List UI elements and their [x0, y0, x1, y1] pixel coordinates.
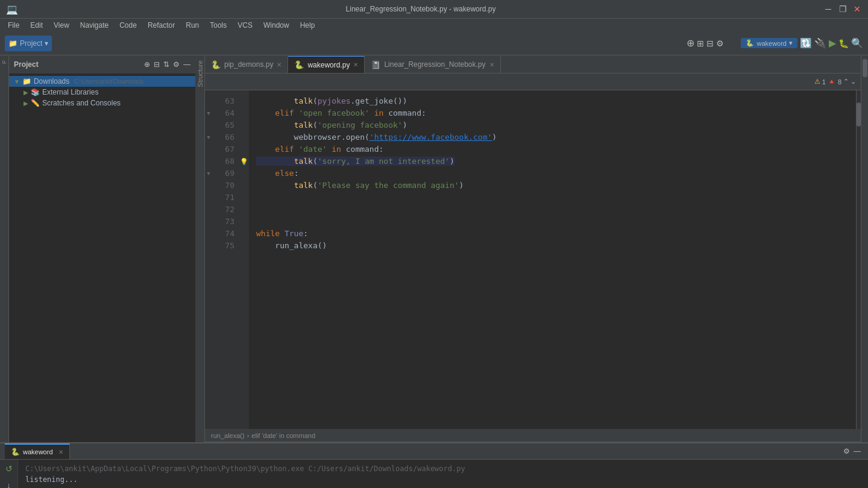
- editor-top-bar: ⚠ 1 🔺 8 ⌃ ⌄: [205, 74, 861, 90]
- debug-button[interactable]: 🐛: [838, 39, 849, 48]
- tree-item-label: External Libraries: [42, 88, 98, 96]
- sidebar-sort-icon[interactable]: ⇅: [163, 60, 169, 69]
- tab-label: pip_demons.py: [224, 60, 273, 69]
- toolbar-add-icon[interactable]: ⊕: [687, 37, 694, 49]
- expand-arrow: ▼: [14, 78, 20, 85]
- run-tabs-bar: 🐍 wakeword ✕ ⚙ —: [0, 443, 868, 460]
- breadcrumb-clause: elif 'date' in command: [251, 432, 315, 439]
- scratches-icon: ✏️: [31, 99, 40, 107]
- menu-navigate[interactable]: Navigate: [75, 20, 113, 31]
- code-editor[interactable]: ▼ ▼ ▼ 63 64 65 66 67 68 69 70 71 72 73 7: [205, 90, 861, 429]
- tree-item-label: Downloads: [34, 77, 69, 86]
- code-text[interactable]: talk(pyjokes.get_joke()) elif 'open face…: [249, 90, 856, 429]
- sidebar-collapse-icon[interactable]: ⊟: [154, 60, 160, 69]
- right-scroll-gutter: [861, 55, 868, 442]
- run-side-icons: ↺ ↓ ■ ☰ 📌 ⚙ 🗑: [0, 460, 18, 488]
- menu-run[interactable]: Run: [181, 20, 204, 31]
- run-minimize-icon[interactable]: —: [854, 447, 861, 455]
- tree-item-label: Scratches and Consoles: [42, 99, 121, 107]
- app-icon: 💻: [6, 4, 18, 15]
- collapse-icon[interactable]: ⌄: [851, 78, 856, 86]
- window-title: Linear_Regression_Notebok.py - wakeword.…: [18, 5, 823, 13]
- title-bar: 💻 Linear_Regression_Notebok.py - wakewor…: [0, 0, 868, 18]
- sidebar-close-icon[interactable]: —: [183, 60, 190, 69]
- add-config-icon[interactable]: 🔌: [814, 37, 826, 49]
- warning-count: 1: [822, 78, 826, 86]
- run-tab-label: wakeword: [23, 448, 53, 455]
- menu-file[interactable]: File: [3, 20, 24, 31]
- run-tab-wakeword[interactable]: 🐍 wakeword ✕: [5, 443, 70, 459]
- tree-item-downloads[interactable]: ▼ 📁 Downloads C:\Users\ankit\Downloads: [9, 76, 195, 87]
- project-icon-vertical[interactable]: P: [1, 58, 8, 66]
- main-area: P Project ⊕ ⊟ ⇅ ⚙ — ▼ 📁 Downloads C:\Use…: [0, 55, 868, 442]
- run-panel: 🐍 wakeword ✕ ⚙ — ↺ ↓ ■ ☰ 📌 ⚙ 🗑 C:\Users\…: [0, 442, 868, 488]
- run-restart-icon[interactable]: ↺: [2, 462, 16, 475]
- tab-wakeword[interactable]: 🐍 wakeword.py ✕: [288, 56, 365, 73]
- left-icon-bar: P: [0, 55, 9, 442]
- toolbar-layout-icon[interactable]: ⊞: [697, 39, 704, 48]
- marker-gutter: 💡: [239, 90, 249, 429]
- sidebar-gear-icon[interactable]: ⚙: [173, 60, 180, 69]
- tab-close-button[interactable]: ✕: [353, 61, 358, 68]
- project-selector[interactable]: 📁 Project ▾: [5, 36, 52, 51]
- sidebar-header: Project ⊕ ⊟ ⇅ ⚙ —: [9, 55, 195, 74]
- tree-item-external-libraries[interactable]: ▶ 📚 External Libraries: [9, 87, 195, 98]
- expand-icon[interactable]: ⌃: [843, 78, 849, 86]
- tree-item-path: C:\Users\ankit\Downloads: [74, 78, 143, 85]
- menu-view[interactable]: View: [49, 20, 74, 31]
- tab-label: wakeword.py: [307, 61, 350, 69]
- sync-icon[interactable]: 🔃: [800, 37, 812, 49]
- tabs-bar: 🐍 pip_demons.py ✕ 🐍 wakeword.py ✕ 📓 Line…: [205, 55, 861, 74]
- structure-label[interactable]: Structure: [195, 55, 205, 92]
- search-everywhere-icon[interactable]: 🔍: [851, 37, 863, 49]
- menu-help[interactable]: Help: [295, 20, 320, 31]
- run-command-line: C:\Users\ankit\AppData\Local\Programs\Py…: [25, 463, 861, 474]
- run-tab-close[interactable]: ✕: [58, 449, 63, 455]
- warning-badge[interactable]: ⚠ 1 🔺 8 ⌃ ⌄: [814, 78, 856, 86]
- tab-linear-regression[interactable]: 📓 Linear_Regression_Notebok.py ✕: [365, 56, 500, 73]
- close-button[interactable]: ✕: [852, 4, 862, 14]
- project-tree: ▼ 📁 Downloads C:\Users\ankit\Downloads ▶…: [9, 74, 195, 442]
- run-icon: 🐍: [746, 39, 754, 47]
- toolbar-run-config: 🐍 wakeword ▾: [741, 38, 797, 48]
- breadcrumb-sep: ›: [247, 432, 250, 439]
- restore-button[interactable]: ❐: [838, 4, 848, 14]
- folder-icon: 📁: [22, 77, 31, 86]
- run-content: ↺ ↓ ■ ☰ 📌 ⚙ 🗑 C:\Users\ankit\AppData\Loc…: [0, 460, 868, 488]
- menu-refactor[interactable]: Refactor: [143, 20, 180, 31]
- tab-label: Linear_Regression_Notebok.py: [384, 60, 485, 69]
- tab-close-button[interactable]: ✕: [489, 61, 494, 68]
- menu-vcs[interactable]: VCS: [233, 20, 257, 31]
- menu-tools[interactable]: Tools: [205, 20, 231, 31]
- project-label: Project: [20, 39, 42, 48]
- expand-arrow: ▶: [24, 100, 28, 107]
- menu-code[interactable]: Code: [115, 20, 142, 31]
- run-down-icon[interactable]: ↓: [2, 479, 16, 488]
- warning-icon: ⚠: [814, 78, 820, 86]
- editor-scrollbar[interactable]: [856, 90, 861, 429]
- folder-icon: 📁: [8, 39, 17, 48]
- sidebar-title: Project: [14, 60, 39, 69]
- line-numbers: 63 64 65 66 67 68 69 70 71 72 73 74 75: [212, 90, 239, 429]
- python-icon: 🐍: [11, 448, 20, 456]
- run-settings-icon[interactable]: ⚙: [843, 447, 850, 455]
- tab-close-button[interactable]: ✕: [277, 61, 281, 68]
- sidebar-add-icon[interactable]: ⊕: [144, 60, 150, 69]
- python-file-icon: 🐍: [211, 60, 221, 69]
- editor-breadcrumb: run_alexa() › elif 'date' in command: [205, 429, 861, 442]
- fold-gutter: ▼ ▼ ▼: [205, 90, 212, 429]
- menu-window[interactable]: Window: [259, 20, 294, 31]
- minimize-button[interactable]: ─: [823, 4, 833, 14]
- toolbar-settings-icon[interactable]: ⚙: [716, 39, 724, 48]
- run-button[interactable]: ▶: [829, 37, 836, 49]
- menu-edit[interactable]: Edit: [25, 20, 48, 31]
- run-output: C:\Users\ankit\AppData\Local\Programs\Py…: [18, 460, 868, 488]
- toolbar-split-icon[interactable]: ⊟: [706, 39, 714, 48]
- structure-panel: Structure: [196, 55, 205, 442]
- tree-item-scratches[interactable]: ▶ ✏️ Scratches and Consoles: [9, 98, 195, 108]
- chevron-down-icon: ▾: [45, 39, 48, 48]
- run-config-label: wakeword: [756, 40, 787, 47]
- chevron-down-icon: ▾: [789, 39, 793, 47]
- tab-pip-demons[interactable]: 🐍 pip_demons.py ✕: [205, 56, 288, 73]
- menu-bar: File Edit View Navigate Code Refactor Ru…: [0, 18, 868, 31]
